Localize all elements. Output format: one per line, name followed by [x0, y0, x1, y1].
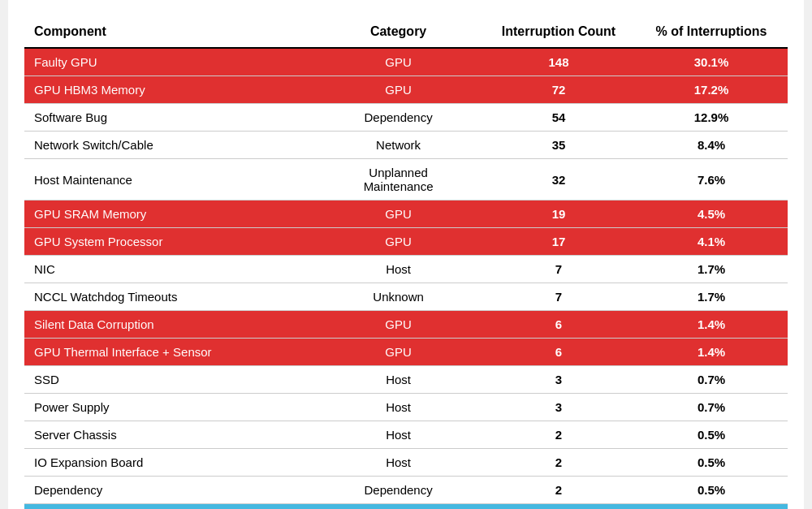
table-header-row: Component Category Interruption Count % …: [24, 16, 788, 48]
cell-component: NIC: [24, 256, 314, 283]
table-row: GPU System ProcessorGPU174.1%: [24, 228, 788, 256]
table-row: Faulty GPUGPU14830.1%: [24, 48, 788, 76]
cell-count: 54: [482, 104, 635, 132]
cell-category: GPU: [314, 228, 482, 256]
cell-component: Network Switch/Cable: [24, 132, 314, 159]
cell-pct: 0.5%: [635, 421, 788, 449]
cell-pct: 4.1%: [635, 228, 788, 256]
cell-component: GPU SRAM Memory: [24, 201, 314, 228]
cell-component: Power Supply: [24, 394, 314, 421]
cell-category: GPU: [314, 76, 482, 104]
cell-count: 72: [482, 76, 635, 104]
table-row: NCCL Watchdog TimeoutsUnknown71.7%: [24, 283, 788, 311]
cell-component: GPU System Processor: [24, 228, 314, 256]
table-row: DependencyDependency20.5%: [24, 477, 788, 504]
cell-pct: 0.7%: [635, 366, 788, 394]
cell-pct: 0.5%: [635, 504, 788, 510]
cell-pct: 1.4%: [635, 339, 788, 366]
table-row: Silent Data CorruptionGPU61.4%: [24, 311, 788, 339]
cell-count: 2: [482, 477, 635, 504]
header-count: Interruption Count: [482, 16, 635, 48]
header-category: Category: [314, 16, 482, 48]
cell-category: Host: [314, 504, 482, 510]
table-body: Faulty GPUGPU14830.1%GPU HBM3 MemoryGPU7…: [24, 48, 788, 509]
cell-category: Dependency: [314, 477, 482, 504]
cell-component: Server Chassis: [24, 421, 314, 449]
cell-component: CPU: [24, 504, 314, 510]
cell-pct: 0.5%: [635, 477, 788, 504]
cell-pct: 1.7%: [635, 256, 788, 283]
table-row: Network Switch/CableNetwork358.4%: [24, 132, 788, 159]
table-row: Server ChassisHost20.5%: [24, 421, 788, 449]
cell-category: Host: [314, 256, 482, 283]
cell-count: 3: [482, 366, 635, 394]
table-row: CPUHost20.5%: [24, 504, 788, 510]
cell-count: 7: [482, 256, 635, 283]
table-row: GPU SRAM MemoryGPU194.5%: [24, 201, 788, 228]
cell-component: GPU Thermal Interface + Sensor: [24, 339, 314, 366]
cell-pct: 0.7%: [635, 394, 788, 421]
cell-count: 2: [482, 421, 635, 449]
cell-category: GPU: [314, 311, 482, 339]
cell-pct: 30.1%: [635, 48, 788, 76]
cell-category: Unknown: [314, 283, 482, 311]
cell-count: 17: [482, 228, 635, 256]
cell-category: Dependency: [314, 104, 482, 132]
cell-pct: 7.6%: [635, 159, 788, 201]
table-row: NICHost71.7%: [24, 256, 788, 283]
cell-count: 2: [482, 504, 635, 510]
header-pct: % of Interruptions: [635, 16, 788, 48]
cell-pct: 8.4%: [635, 132, 788, 159]
cell-component: Host Maintenance: [24, 159, 314, 201]
cell-count: 2: [482, 449, 635, 477]
cell-pct: 1.7%: [635, 283, 788, 311]
interruptions-table: Component Category Interruption Count % …: [24, 16, 788, 509]
cell-component: IO Expansion Board: [24, 449, 314, 477]
cell-pct: 4.5%: [635, 201, 788, 228]
cell-category: UnplannedMaintenance: [314, 159, 482, 201]
cell-component: SSD: [24, 366, 314, 394]
cell-count: 7: [482, 283, 635, 311]
cell-count: 3: [482, 394, 635, 421]
cell-category: Network: [314, 132, 482, 159]
table-row: Power SupplyHost30.7%: [24, 394, 788, 421]
table-row: Software BugDependency5412.9%: [24, 104, 788, 132]
cell-category: Host: [314, 449, 482, 477]
cell-category: GPU: [314, 339, 482, 366]
table-row: IO Expansion BoardHost20.5%: [24, 449, 788, 477]
table-row: Host MaintenanceUnplannedMaintenance327.…: [24, 159, 788, 201]
cell-count: 6: [482, 311, 635, 339]
interruptions-table-wrapper: Component Category Interruption Count % …: [24, 16, 788, 509]
cell-category: GPU: [314, 48, 482, 76]
cell-count: 148: [482, 48, 635, 76]
cell-count: 6: [482, 339, 635, 366]
cell-category: Host: [314, 366, 482, 394]
table-row: GPU Thermal Interface + SensorGPU61.4%: [24, 339, 788, 366]
cell-component: Software Bug: [24, 104, 314, 132]
cell-component: Silent Data Corruption: [24, 311, 314, 339]
cell-component: Faulty GPU: [24, 48, 314, 76]
cell-pct: 12.9%: [635, 104, 788, 132]
table-row: SSDHost30.7%: [24, 366, 788, 394]
header-component: Component: [24, 16, 314, 48]
cell-component: Dependency: [24, 477, 314, 504]
cell-component: GPU HBM3 Memory: [24, 76, 314, 104]
cell-count: 19: [482, 201, 635, 228]
cell-pct: 0.5%: [635, 449, 788, 477]
cell-category: Host: [314, 421, 482, 449]
cell-component: NCCL Watchdog Timeouts: [24, 283, 314, 311]
table-row: GPU HBM3 MemoryGPU7217.2%: [24, 76, 788, 104]
cell-category: Host: [314, 394, 482, 421]
cell-pct: 1.4%: [635, 311, 788, 339]
cell-count: 32: [482, 159, 635, 201]
cell-count: 35: [482, 132, 635, 159]
cell-category: GPU: [314, 201, 482, 228]
cell-pct: 17.2%: [635, 76, 788, 104]
